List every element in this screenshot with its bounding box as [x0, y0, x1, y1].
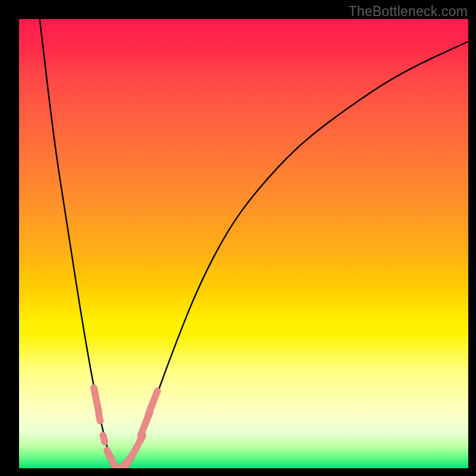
bead: [90, 384, 102, 416]
plot-area: [19, 19, 468, 468]
bead-layer: [19, 19, 468, 468]
watermark-text: TheBottleneck.com: [349, 4, 468, 20]
svg-rect-2: [99, 431, 109, 446]
svg-rect-0: [90, 384, 102, 416]
bead: [95, 410, 104, 424]
chart-frame: TheBottleneck.com: [0, 0, 476, 476]
bead: [99, 431, 109, 446]
svg-rect-10: [144, 387, 161, 418]
svg-rect-1: [95, 410, 104, 424]
bead: [144, 387, 161, 418]
